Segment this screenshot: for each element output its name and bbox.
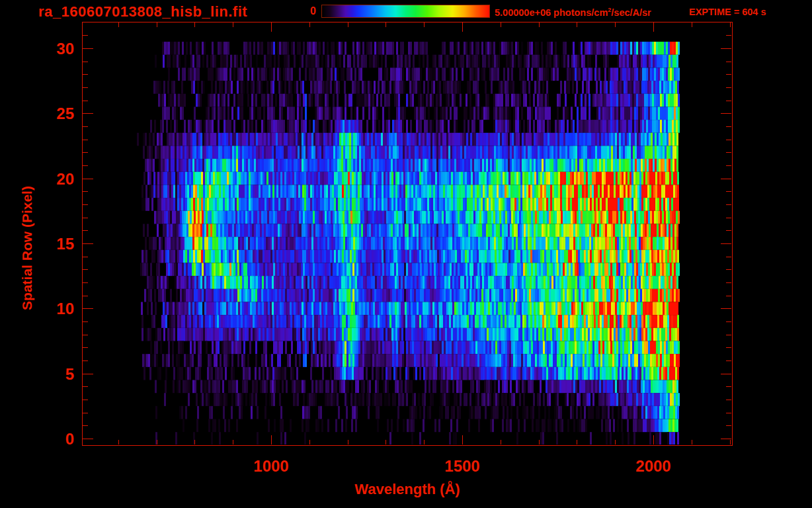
x-major-tick-top: [462, 22, 463, 32]
colorbar-min-label: 0: [298, 5, 316, 17]
y-minor-tick-right: [726, 386, 731, 387]
colorbar-units-suffix: /sec/A/sr: [611, 7, 651, 18]
x-major-tick-top: [271, 22, 272, 32]
y-major-tick: [83, 179, 93, 179]
x-major-tick: [271, 435, 272, 444]
y-major-tick-right: [721, 374, 731, 374]
y-tick-label: 0: [40, 430, 74, 448]
y-minor-tick: [83, 218, 88, 218]
y-tick-label: 15: [40, 235, 74, 253]
y-minor-tick-right: [726, 218, 731, 218]
colorbar-max-value: 5.00000e+06: [495, 7, 551, 18]
y-major-tick: [83, 113, 93, 114]
y-minor-tick-right: [726, 321, 731, 322]
y-minor-tick: [83, 347, 88, 348]
x-minor-tick: [692, 440, 692, 444]
y-minor-tick-right: [726, 165, 731, 166]
x-minor-tick-top: [348, 22, 348, 27]
y-major-tick: [83, 374, 93, 374]
x-minor-tick: [309, 440, 310, 444]
y-minor-tick-right: [726, 101, 731, 101]
y-major-tick-right: [721, 439, 731, 439]
y-minor-tick: [83, 126, 88, 127]
x-minor-tick-top: [730, 22, 731, 27]
x-major-tick-top: [653, 22, 654, 32]
y-major-tick: [83, 48, 93, 49]
y-minor-tick-right: [726, 400, 731, 400]
y-tick-label: 5: [40, 365, 74, 384]
y-minor-tick-right: [726, 140, 731, 140]
x-axis-title: Wavelength (Å): [82, 481, 733, 498]
x-minor-tick: [118, 440, 119, 444]
x-minor-tick-top: [233, 22, 233, 27]
y-minor-tick: [83, 425, 88, 426]
x-minor-tick-top: [194, 22, 195, 27]
x-minor-tick: [348, 440, 348, 444]
x-minor-tick-top: [157, 22, 157, 27]
y-major-tick-right: [721, 113, 731, 114]
y-major-tick: [83, 308, 93, 309]
x-major-tick: [462, 435, 463, 444]
y-minor-tick: [83, 165, 88, 166]
x-minor-tick-top: [539, 22, 540, 27]
plot-title: ra_160607013808_hisb_lin.fit: [38, 3, 247, 21]
y-minor-tick: [83, 400, 88, 400]
x-minor-tick-top: [386, 22, 386, 27]
x-minor-tick-top: [577, 22, 577, 27]
y-minor-tick-right: [726, 360, 731, 361]
y-minor-tick: [83, 140, 88, 140]
colorbar: [321, 5, 490, 18]
y-axis-title: Spatial Row (Pixel): [19, 119, 36, 377]
y-major-tick: [83, 439, 93, 439]
y-tick-label: 25: [40, 105, 74, 123]
y-minor-tick: [83, 152, 88, 153]
x-minor-tick: [577, 440, 577, 444]
y-major-tick-right: [721, 179, 731, 179]
y-minor-tick: [83, 204, 88, 205]
x-minor-tick: [615, 440, 616, 444]
y-minor-tick: [83, 230, 88, 231]
x-minor-tick: [501, 440, 501, 444]
y-minor-tick: [83, 257, 88, 257]
y-minor-tick: [83, 360, 88, 361]
plot-frame: [82, 22, 733, 446]
y-minor-tick-right: [726, 425, 731, 426]
y-minor-tick-right: [726, 74, 731, 75]
x-minor-tick-top: [118, 22, 119, 27]
y-major-tick-right: [721, 308, 731, 309]
x-minor-tick: [386, 440, 386, 444]
y-minor-tick: [83, 62, 88, 62]
x-minor-tick: [539, 440, 540, 444]
y-minor-tick: [83, 191, 88, 192]
y-major-tick-right: [721, 243, 731, 244]
colorbar-units-prefix: photons/cm: [551, 7, 608, 18]
y-tick-label: 20: [40, 170, 74, 189]
y-minor-tick-right: [726, 204, 731, 205]
y-minor-tick-right: [726, 35, 731, 36]
y-minor-tick-right: [726, 152, 731, 153]
y-minor-tick: [83, 321, 88, 322]
x-minor-tick: [233, 440, 233, 444]
y-tick-label: 30: [40, 40, 74, 58]
y-minor-tick: [83, 335, 88, 335]
y-minor-tick-right: [726, 230, 731, 231]
y-minor-tick: [83, 74, 88, 75]
x-minor-tick: [424, 440, 425, 444]
y-minor-tick-right: [726, 413, 731, 413]
y-minor-tick-right: [726, 282, 731, 283]
x-minor-tick-top: [692, 22, 692, 27]
spectrogram-window: ra_160607013808_hisb_lin.fit 0 5.00000e+…: [0, 0, 812, 508]
x-minor-tick-top: [501, 22, 501, 27]
y-minor-tick: [83, 101, 88, 101]
y-major-tick: [83, 243, 93, 244]
y-minor-tick: [83, 296, 88, 296]
x-minor-tick: [194, 440, 195, 444]
y-minor-tick: [83, 386, 88, 387]
y-minor-tick-right: [726, 87, 731, 88]
y-minor-tick: [83, 269, 88, 270]
x-tick-label: 1000: [231, 457, 311, 476]
x-minor-tick-top: [615, 22, 616, 27]
y-tick-label: 10: [40, 300, 74, 318]
x-minor-tick: [157, 440, 157, 444]
x-tick-label: 2000: [614, 457, 693, 476]
